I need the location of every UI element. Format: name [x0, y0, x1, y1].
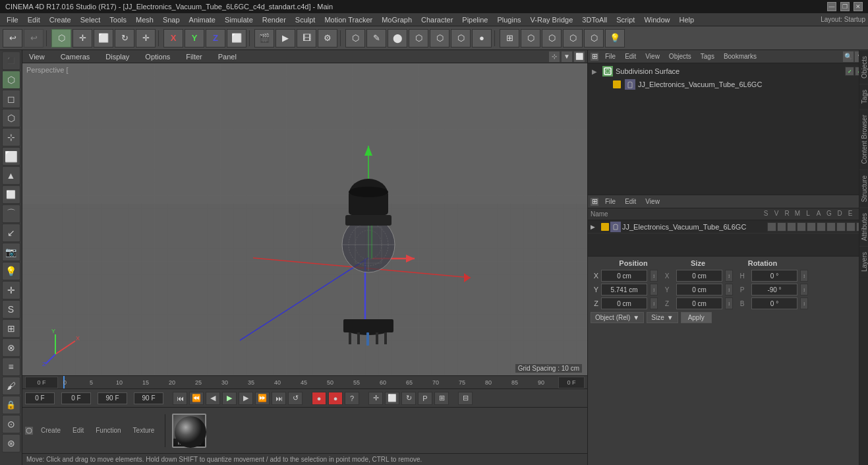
menu-plugins[interactable]: Plugins [493, 15, 525, 25]
obj-tb-tags[interactable]: Tags [698, 51, 717, 61]
viewport-canvas[interactable]: Perspective [ Grid Spacing : 10 cm X Y Z [22, 63, 587, 375]
obj2-expand[interactable]: ▶ [591, 224, 600, 230]
obj2-cb3[interactable] [787, 222, 796, 232]
display-mode-button[interactable]: ⬡ [451, 29, 471, 47]
obj2-cb9[interactable] [846, 222, 855, 232]
timeline-area[interactable]: 0 F 0 5 10 15 20 25 30 35 40 45 50 55 60… [22, 375, 587, 388]
curve-button[interactable]: ⊞ [434, 392, 449, 405]
max-frame-field[interactable]: 90 F [134, 392, 163, 404]
scale-mode-button[interactable]: ⬜ [94, 29, 113, 47]
render-settings-button[interactable]: ⚙ [318, 29, 337, 47]
menu-snap[interactable]: Snap [159, 15, 184, 25]
menu-create[interactable]: Create [45, 15, 75, 25]
rot-h-field[interactable]: 0 ° [751, 270, 797, 282]
current-frame-field[interactable]: 0 F [25, 377, 58, 388]
size-y-arrow[interactable]: ↕ [725, 284, 733, 295]
size-x-field[interactable]: 0 cm [676, 270, 722, 282]
sym-button[interactable]: ⬡ [563, 29, 583, 47]
mograph-icon[interactable]: ≡ [2, 357, 20, 376]
search-icon[interactable]: 🔍 [843, 51, 854, 62]
cylinder-icon[interactable]: ⬜ [2, 185, 20, 204]
loop-button[interactable]: ↺ [288, 392, 303, 405]
render-view-button[interactable]: ▶ [275, 29, 295, 47]
window-controls[interactable]: — ❐ ✕ [827, 2, 863, 11]
rot-b-field[interactable]: 0 ° [751, 297, 797, 309]
rot-h-arrow[interactable]: ↕ [800, 270, 808, 282]
subdiv-check1[interactable]: ✓ [845, 67, 854, 76]
maximize-button[interactable]: ❐ [840, 2, 850, 11]
soft-sel-button[interactable]: ⬡ [542, 29, 562, 47]
snap-tool-icon[interactable]: ⊙ [2, 415, 20, 433]
obj2-cb8[interactable] [836, 222, 846, 232]
scale-tool-icon[interactable]: S [2, 300, 20, 319]
render-region-button[interactable]: 🎬 [254, 29, 274, 47]
pos-z-arrow[interactable]: ↕ [650, 297, 658, 309]
start-frame-field[interactable]: 0 F [25, 392, 55, 404]
tangent-button[interactable]: P [418, 392, 432, 405]
key-info-button[interactable]: ? [345, 392, 359, 405]
minimize-button[interactable]: — [827, 2, 836, 11]
redo-button[interactable]: ↩ [24, 29, 43, 47]
snap-button[interactable]: ⊞ [500, 29, 519, 47]
move-key-button[interactable]: ✛ [368, 392, 383, 405]
cube-icon[interactable]: ⬜ [2, 147, 20, 166]
end-frame-field[interactable]: 90 F [98, 392, 127, 404]
apply-button[interactable]: Apply [681, 312, 712, 323]
menu-character[interactable]: Character [417, 15, 457, 25]
timeline-ruler[interactable]: 0 5 10 15 20 25 30 35 40 45 50 55 60 65 … [58, 376, 558, 388]
menu-select[interactable]: Select [76, 15, 105, 25]
size-x-arrow[interactable]: ↕ [725, 270, 733, 282]
vtab-attributes[interactable]: Attributes [859, 207, 868, 246]
select-key-button[interactable]: ⬜ [385, 392, 399, 405]
close-button[interactable]: ✕ [854, 2, 863, 11]
prev-frame-button[interactable]: ⏪ [189, 392, 204, 405]
light-source-icon[interactable]: 💡 [2, 262, 20, 280]
model-mode-icon[interactable]: ⬡ [2, 71, 20, 89]
magnet-button[interactable]: ⬡ [521, 29, 540, 47]
record-button[interactable]: ● [312, 392, 326, 405]
rot-p-arrow[interactable]: ↕ [800, 284, 808, 295]
next-key-button[interactable]: ▶ [239, 392, 253, 405]
menu-help[interactable]: Help [676, 15, 699, 25]
obj2-cb1[interactable] [767, 222, 776, 232]
pos-y-arrow[interactable]: ↕ [650, 284, 658, 295]
rot-b-arrow[interactable]: ↕ [800, 297, 808, 309]
menu-simulate[interactable]: Simulate [221, 15, 257, 25]
rotate-key-button[interactable]: ↻ [401, 392, 416, 405]
pos-x-arrow[interactable]: ↕ [650, 270, 658, 282]
axis-y-button[interactable]: Y [185, 29, 204, 47]
obj-row-subdivision[interactable]: ▶ Subdivision Surface ✓ ✓ [589, 65, 867, 78]
size-dropdown[interactable]: Size ▼ [647, 312, 678, 323]
menu-script[interactable]: Script [612, 15, 639, 25]
pos-z-field[interactable]: 0 cm [601, 297, 647, 309]
obj-tb-objects[interactable]: Objects [666, 51, 694, 61]
obj2-cb6[interactable] [817, 222, 826, 232]
obj-tb-bookmarks[interactable]: Bookmarks [721, 51, 759, 61]
prev-key-button[interactable]: ◀ [206, 392, 220, 405]
obj2-cb5[interactable] [807, 222, 816, 232]
mat-menu-function[interactable]: Function [92, 425, 125, 435]
spline-icon[interactable]: ⌒ [2, 204, 20, 223]
vtab-tags[interactable]: Tags [859, 84, 868, 109]
menu-edit[interactable]: Edit [24, 15, 44, 25]
menu-animate[interactable]: Animate [185, 15, 219, 25]
menu-file[interactable]: File [3, 15, 22, 25]
pos-y-field[interactable]: 5.741 cm [601, 284, 647, 295]
vp-menu-filter[interactable]: Filter [182, 51, 206, 62]
move-mode-button[interactable]: ✛ [72, 29, 92, 47]
menu-mograph[interactable]: MoGraph [378, 15, 416, 25]
menu-render[interactable]: Render [258, 15, 290, 25]
obj2-cb2[interactable] [777, 222, 786, 232]
array-icon[interactable]: ⊞ [2, 319, 20, 338]
timeline-button[interactable]: ⊟ [458, 392, 473, 405]
play-button[interactable]: ▶ [222, 392, 237, 405]
size-y-field[interactable]: 0 cm [676, 284, 722, 295]
undo-button[interactable]: ↩ [3, 29, 22, 47]
obj-tb-view[interactable]: View [643, 51, 662, 61]
obj-expand-icon[interactable]: ▶ [592, 68, 600, 75]
size-z-arrow[interactable]: ↕ [725, 297, 733, 309]
bend-deformer-icon[interactable]: ↙ [2, 224, 20, 242]
vp-menu-display[interactable]: Display [101, 51, 133, 62]
menu-3dtoall[interactable]: 3DToAll [578, 15, 611, 25]
edge-mode-icon[interactable]: ◻ [2, 90, 20, 108]
